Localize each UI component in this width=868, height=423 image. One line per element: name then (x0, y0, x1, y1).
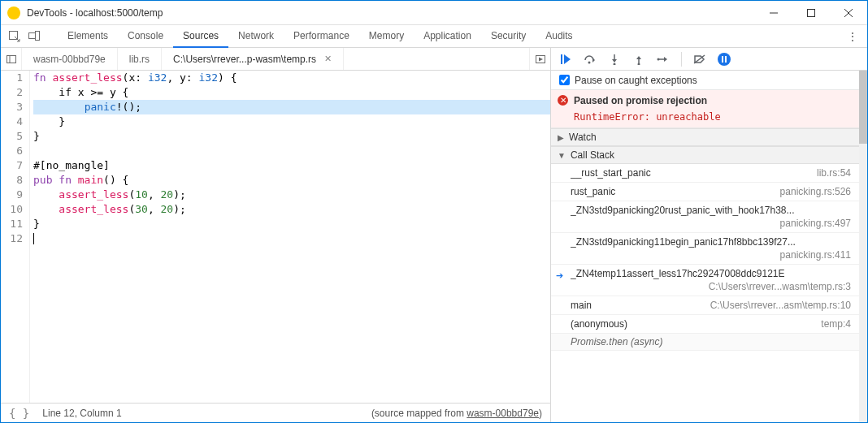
pause-exceptions-button[interactable] (716, 51, 732, 67)
inspect-icon[interactable] (6, 28, 24, 45)
main-area: 123456789101112 fn assert_less(x: i32, y… (1, 71, 867, 422)
code-line[interactable]: assert_less(30, 20); (33, 202, 550, 217)
watch-section-header[interactable]: ▶ Watch (551, 128, 867, 146)
deactivate-breakpoints-button[interactable] (692, 51, 708, 67)
source-map-info: (source mapped from wasm-00bbd79e) (371, 408, 542, 419)
panel-tab-memory[interactable]: Memory (359, 25, 414, 48)
panel-tab-elements[interactable]: Elements (58, 25, 118, 48)
code-line[interactable]: } (33, 129, 550, 144)
panel-tabs: ElementsConsoleSourcesNetworkPerformance… (58, 25, 583, 48)
window-title: DevTools - localhost:5000/temp (27, 7, 163, 19)
device-toggle-icon[interactable] (25, 28, 43, 45)
step-button[interactable] (655, 51, 671, 67)
code-line[interactable]: pub fn main() { (33, 173, 550, 188)
file-tab-row: wasm-00bbd79elib.rsC:\Users\rrever...p-w… (1, 48, 867, 71)
panel-tab-console[interactable]: Console (118, 25, 173, 48)
code-line[interactable]: #[no_mangle] (33, 158, 550, 173)
code-line[interactable]: } (33, 114, 550, 129)
svg-point-20 (638, 63, 640, 65)
svg-marker-13 (592, 58, 595, 63)
svg-rect-1 (808, 9, 815, 16)
file-tab[interactable]: C:\Users\rrever...p-wasm\temp.rs✕ (162, 48, 344, 70)
svg-rect-6 (36, 31, 40, 40)
panel-tab-network[interactable]: Network (228, 25, 284, 48)
minimize-button[interactable] (755, 1, 792, 25)
devtools-toolbar: ElementsConsoleSourcesNetworkPerformance… (1, 25, 867, 48)
panel-tab-audits[interactable]: Audits (536, 25, 582, 48)
error-icon: ✕ (558, 95, 568, 106)
divider (681, 52, 682, 67)
status-bar: { } Line 12, Column 1 (source mapped fro… (1, 403, 550, 422)
pause-reason-message: RuntimeError: unreachable (574, 111, 721, 123)
code-line[interactable] (33, 231, 550, 246)
step-out-button[interactable] (631, 51, 647, 67)
line-gutter: 123456789101112 (1, 71, 30, 403)
source-editor[interactable]: 123456789101112 fn assert_less(x: i32, y… (1, 71, 550, 403)
panel-tab-sources[interactable]: Sources (173, 25, 228, 48)
resume-button[interactable] (558, 51, 574, 67)
code-line[interactable]: assert_less(10, 20); (33, 188, 550, 202)
callstack-section-header[interactable]: ▼ Call Stack (551, 146, 867, 164)
code-lines: fn assert_less(x: i32, y: i32) { if x >=… (30, 71, 550, 403)
pause-reason-title: Paused on promise rejection (574, 95, 707, 106)
window-titlebar: DevTools - localhost:5000/temp (1, 1, 867, 25)
svg-marker-12 (564, 54, 571, 64)
scrollbar-thumb[interactable] (859, 71, 867, 144)
async-boundary: Promise.then (async) (551, 334, 859, 351)
app-icon (7, 6, 20, 19)
svg-rect-7 (7, 55, 15, 63)
editor-pane: 123456789101112 fn assert_less(x: i32, y… (1, 71, 550, 422)
code-line[interactable] (33, 144, 550, 158)
step-into-button[interactable] (606, 51, 623, 67)
debugger-controls (550, 48, 867, 70)
source-map-link[interactable]: wasm-00bbd79e (467, 408, 539, 419)
pause-on-caught-checkbox[interactable] (559, 75, 570, 85)
call-frame[interactable]: mainC:\Users\rrever...asm\temp.rs:10 (551, 296, 859, 315)
scrollbar-track[interactable] (859, 71, 867, 422)
call-frame[interactable]: _ZN3std9panicking11begin_panic17hf8bbc13… (551, 233, 859, 265)
window-controls (755, 1, 867, 25)
close-icon[interactable]: ✕ (324, 54, 332, 64)
svg-point-14 (588, 61, 591, 63)
run-snippet-icon[interactable] (529, 48, 550, 70)
file-tabs: wasm-00bbd79elib.rsC:\Users\rrever...p-w… (1, 48, 550, 70)
current-frame-icon: ➔ (556, 270, 563, 281)
call-stack: __rust_start_paniclib.rs:54rust_panicpan… (551, 164, 859, 422)
panel-tab-security[interactable]: Security (481, 25, 536, 48)
navigator-toggle-icon[interactable] (1, 48, 22, 70)
panel-tab-performance[interactable]: Performance (284, 25, 359, 48)
more-icon[interactable]: ⋮ (843, 30, 862, 43)
svg-marker-19 (636, 56, 641, 59)
chevron-right-icon: ▶ (558, 133, 564, 142)
code-line[interactable]: fn assert_less(x: i32, y: i32) { (33, 71, 550, 85)
call-frame[interactable]: rust_panicpanicking.rs:526 (551, 183, 859, 201)
svg-marker-16 (612, 59, 617, 63)
chevron-down-icon: ▼ (558, 151, 566, 160)
file-tab[interactable]: lib.rs (118, 48, 162, 70)
call-frame[interactable]: _ZN3std9panicking20rust_panic_with_hook1… (551, 201, 859, 233)
maximize-button[interactable] (792, 1, 830, 25)
svg-marker-10 (539, 57, 543, 61)
code-line[interactable]: panic!(); (33, 100, 550, 114)
braces-icon[interactable]: { } (9, 407, 29, 420)
code-line[interactable]: if x >= y { (33, 85, 550, 100)
close-button[interactable] (830, 1, 867, 25)
code-line[interactable]: } (33, 217, 550, 231)
pause-on-caught-row[interactable]: Pause on caught exceptions (551, 71, 867, 90)
cursor-position: Line 12, Column 1 (42, 408, 121, 419)
call-frame[interactable]: ➔_ZN4temp11assert_less17hc29247008ddc912… (551, 265, 859, 296)
svg-marker-22 (664, 57, 667, 62)
step-over-button[interactable] (582, 51, 598, 67)
file-tab[interactable]: wasm-00bbd79e (22, 48, 118, 70)
svg-point-17 (614, 63, 616, 65)
pause-reason: ✕ Paused on promise rejection RuntimeErr… (551, 90, 867, 128)
panel-tab-application[interactable]: Application (414, 25, 481, 48)
call-frame[interactable]: __rust_start_paniclib.rs:54 (551, 164, 859, 183)
debugger-panel: Pause on caught exceptions ✕ Paused on p… (550, 71, 867, 422)
svg-point-23 (658, 58, 660, 60)
svg-rect-11 (561, 54, 562, 64)
call-frame[interactable]: (anonymous)temp:4 (551, 315, 859, 334)
